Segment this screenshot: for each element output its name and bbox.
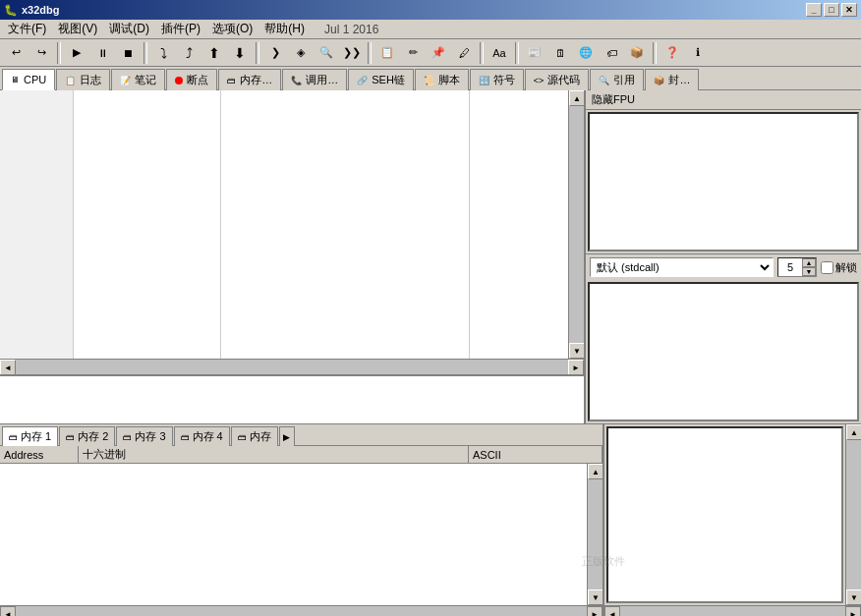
tb-tag-button[interactable]: 🏷	[600, 42, 623, 64]
tab-cpu[interactable]: 🖥 CPU	[2, 69, 55, 90]
mem-scroll-track[interactable]	[588, 479, 603, 589]
mem-tab-4[interactable]: 🗃 内存 4	[174, 426, 230, 446]
right-bottom-wrapper: ▲ ▼ ◄ ►	[604, 424, 861, 616]
title-bar-controls[interactable]: _ □ ✕	[806, 3, 857, 17]
disasm-hscroll-track[interactable]	[16, 360, 568, 374]
close-button[interactable]: ✕	[841, 3, 857, 17]
tb-calendar-button[interactable]: 🗓	[548, 42, 572, 64]
memory-horizontal-scrollbar[interactable]: ◄ ►	[0, 605, 603, 616]
mem-address-header-label: Address	[4, 449, 43, 461]
title-bar-title: 🐛 x32dbg	[4, 4, 60, 17]
tb-execute-button[interactable]: ❯	[263, 42, 287, 64]
tb-table-button[interactable]: 📰	[523, 42, 546, 64]
mem-tab-1[interactable]: 🗃 内存 1	[2, 426, 58, 446]
main-content: ▲ ▼ ◄ ► 隐藏FPU 默认 (stdcall) cdecl fastcal…	[0, 90, 861, 424]
memory-vertical-scrollbar[interactable]: ▲ ▼	[587, 464, 603, 605]
tb-step-out-button[interactable]: ⬆	[202, 42, 226, 64]
title-bar: 🐛 x32dbg _ □ ✕	[0, 0, 861, 20]
fpu-unlock-checkbox[interactable]	[821, 261, 833, 274]
mem-tab-3-label: 内存 3	[135, 429, 165, 444]
rb-scroll-left-button[interactable]: ◄	[604, 606, 620, 616]
menu-help[interactable]: 帮助(H)	[258, 19, 311, 39]
disasm-scroll-up-button[interactable]: ▲	[569, 90, 584, 106]
tab-source[interactable]: <> 源代码	[525, 69, 590, 90]
fpu-unlock-checkbox-area[interactable]: 解锁	[821, 260, 857, 275]
fpu-calling-convention-dropdown[interactable]: 默认 (stdcall) cdecl fastcall	[590, 257, 774, 277]
tb-stop-button[interactable]: ⏹	[116, 42, 140, 64]
tab-calls[interactable]: 📞 调用…	[282, 69, 347, 90]
tab-symbol[interactable]: 🔣 符号	[470, 69, 524, 90]
menu-plugins[interactable]: 插件(P)	[155, 19, 206, 39]
rb-scroll-right-button[interactable]: ►	[845, 606, 861, 616]
tab-more[interactable]: 📦 封…	[645, 69, 699, 90]
rb-scroll-up-button[interactable]: ▲	[846, 424, 861, 440]
tb-forward-button[interactable]: ↪	[29, 42, 53, 64]
fpu-spinner-buttons[interactable]: ▲ ▼	[802, 258, 816, 276]
rb-vertical-scrollbar[interactable]: ▲ ▼	[845, 424, 861, 605]
menu-options[interactable]: 选项(O)	[206, 19, 258, 39]
tb-web-button[interactable]: 🌐	[574, 42, 598, 64]
rb-hscroll-track[interactable]	[620, 606, 845, 616]
tab-seh[interactable]: 🔗 SEH链	[348, 69, 414, 90]
more-tab-label: 封…	[668, 73, 690, 87]
source-tab-icon: <>	[534, 76, 545, 85]
tab-log[interactable]: 📋 日志	[56, 69, 110, 90]
menu-view[interactable]: 视图(V)	[52, 19, 103, 39]
tb-font-button[interactable]: Aa	[488, 42, 511, 64]
mem-scroll-left-button[interactable]: ◄	[0, 606, 16, 616]
log-tab-label: 日志	[80, 73, 101, 87]
disasm-horizontal-scrollbar[interactable]: ◄ ►	[0, 359, 584, 374]
fpu-depth-spinner[interactable]: 5 ▲ ▼	[777, 257, 817, 277]
tb-trace-button[interactable]: ◈	[289, 42, 313, 64]
tb-run-selection-button[interactable]: ❯❯	[340, 42, 364, 64]
tb-help-button[interactable]: ❓	[660, 42, 684, 64]
fpu-spinner-down-button[interactable]: ▼	[802, 267, 816, 276]
tb-info-button[interactable]: ℹ	[686, 42, 710, 64]
mem-scroll-down-button[interactable]: ▼	[588, 589, 603, 605]
tb-run-to-button[interactable]: ⬇	[228, 42, 252, 64]
tab-memory[interactable]: 🗃 内存…	[218, 69, 281, 90]
tab-breakpoints[interactable]: 断点	[166, 69, 217, 90]
tab-notes[interactable]: 📝 笔记	[111, 69, 165, 90]
mem-tab-3[interactable]: 🗃 内存 3	[116, 426, 172, 446]
mem-hscroll-track[interactable]	[16, 606, 587, 616]
tb-copy-button[interactable]: 📋	[375, 42, 399, 64]
tb-pause-button[interactable]: ⏸	[90, 42, 114, 64]
maximize-button[interactable]: □	[824, 3, 839, 17]
tb-step-over-button[interactable]: ⤴	[177, 42, 201, 64]
menu-debug[interactable]: 调试(D)	[103, 19, 155, 39]
mem-tab-5[interactable]: 🗃 内存	[231, 426, 278, 446]
tb-separator-2	[144, 42, 147, 64]
registers-panel: 隐藏FPU 默认 (stdcall) cdecl fastcall 5 ▲ ▼ …	[586, 90, 861, 423]
tb-box-button[interactable]: 📦	[625, 42, 649, 64]
tb-step-into-button[interactable]: ⤵	[151, 42, 175, 64]
minimize-button[interactable]: _	[806, 3, 822, 17]
cpu-tab-label: CPU	[24, 74, 46, 85]
tab-script[interactable]: 📜 脚本	[415, 69, 469, 90]
mem-tab-more-button[interactable]: ▶	[279, 426, 295, 446]
menu-file[interactable]: 文件(F)	[2, 19, 52, 39]
fpu-spinner-up-button[interactable]: ▲	[802, 258, 816, 267]
tb-bookmark-button[interactable]: 📌	[427, 42, 450, 64]
memory-data-area	[0, 464, 587, 605]
tb-back-button[interactable]: ↩	[4, 42, 28, 64]
disasm-scroll-left-button[interactable]: ◄	[0, 360, 16, 375]
tb-separator-4	[368, 42, 372, 64]
tb-run-button[interactable]: ▶	[65, 42, 88, 64]
disasm-scroll-track[interactable]	[569, 106, 584, 343]
mem-tab-2[interactable]: 🗃 内存 2	[59, 426, 115, 446]
tb-pen-button[interactable]: 🖊	[452, 42, 476, 64]
disasm-scroll-down-button[interactable]: ▼	[569, 343, 584, 359]
script-tab-label: 脚本	[438, 73, 460, 87]
disasm-comment-column	[470, 90, 568, 359]
mem-scroll-up-button[interactable]: ▲	[588, 464, 603, 479]
rb-scroll-track[interactable]	[846, 440, 861, 589]
mem-scroll-right-button[interactable]: ►	[587, 606, 603, 616]
rb-horizontal-scrollbar[interactable]: ◄ ►	[604, 605, 861, 616]
rb-scroll-down-button[interactable]: ▼	[846, 589, 861, 605]
disasm-vertical-scrollbar[interactable]: ▲ ▼	[568, 90, 584, 359]
tb-search-button[interactable]: 🔍	[315, 42, 338, 64]
tb-paste-button[interactable]: ✏	[401, 42, 425, 64]
disasm-scroll-right-button[interactable]: ►	[568, 360, 584, 375]
tab-refs[interactable]: 🔍 引用	[590, 69, 644, 90]
